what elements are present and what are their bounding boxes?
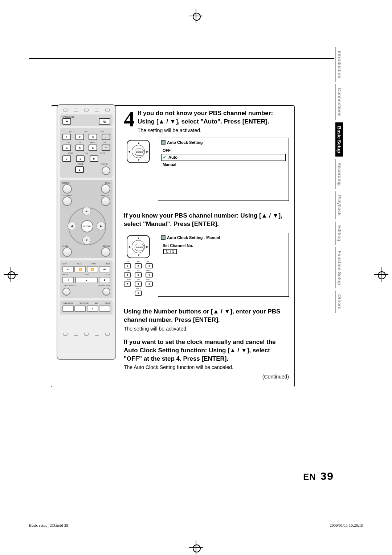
key-9[interactable]: 9	[90, 155, 98, 162]
sub-activated-a: The setting will be activated.	[138, 127, 289, 133]
nav-diagram-2: ▲ ▼ ◀ ▶ ENTER	[124, 235, 153, 258]
mk-5: 5	[135, 272, 142, 278]
key-5[interactable]: 5	[75, 145, 84, 151]
play-button[interactable]: ▶	[75, 277, 98, 283]
lbl: PLAY	[85, 274, 89, 276]
tab-others[interactable]: Others	[335, 291, 343, 313]
top-rule	[29, 58, 334, 59]
ch-up-button[interactable]: ︿	[102, 134, 110, 140]
rev-button[interactable]: ⏪	[74, 266, 86, 272]
osd2-title: Auto Clock Setting - Manual	[161, 235, 286, 240]
kp-lbl: MNO	[86, 141, 98, 143]
lbl: WXYZ	[143, 279, 153, 280]
heading-enter-channel: Using the Number buttons or [▲ / ▼], ent…	[124, 308, 289, 324]
instant-skip-button[interactable]	[102, 288, 110, 296]
tab-basic-setup[interactable]: Basic Setup	[335, 122, 343, 157]
mini-keypad: @!:ABCDEF 123 GHIJKLMNO 456 PQRSTUVWXYZ …	[124, 260, 153, 296]
tab-editing[interactable]: Editing	[335, 222, 343, 245]
tab-introduction[interactable]: Introduction	[335, 47, 343, 82]
enter-button[interactable]: ENTER	[81, 220, 93, 232]
set-channel-label: Set Channel No.	[161, 243, 286, 248]
rec-button[interactable]: ●	[87, 305, 98, 312]
osd-item-off[interactable]: OFF	[161, 147, 286, 153]
key-6[interactable]: 6	[89, 145, 97, 151]
osd-auto-clock: Auto Clock Setting OFF ✔Auto Manual	[158, 138, 289, 201]
mk-0: 0	[135, 291, 142, 296]
heading-off: If you want to set the clock manually an…	[124, 338, 289, 363]
mk-2: 2	[135, 263, 142, 268]
side-tabs: Introduction Connections Basic Setup Rec…	[335, 47, 344, 315]
channel-value: CH 1	[161, 249, 286, 254]
heading-unknown-pbs: If you do not know your PBS channel numb…	[138, 109, 289, 126]
nav-up-icon: ▲	[137, 236, 140, 240]
lbl: GHI	[124, 270, 134, 271]
dpad-down[interactable]: ▼	[82, 236, 91, 244]
menu-list-button[interactable]	[101, 197, 110, 206]
clear-button[interactable]	[62, 247, 72, 257]
sub-canceled: The Auto Clock Setting function will be …	[124, 364, 289, 370]
nav-right-icon: ▶	[146, 245, 148, 248]
speed-button[interactable]	[62, 288, 70, 296]
key-4[interactable]: 4	[62, 145, 71, 151]
skip-back-button[interactable]: ⏮	[62, 266, 74, 272]
ch-label: CH	[98, 141, 110, 143]
fwd-button[interactable]: ⏩	[87, 266, 98, 272]
setup-button[interactable]	[99, 305, 110, 312]
eject-button[interactable]: ⏏	[62, 118, 71, 125]
osd-item-manual[interactable]: Manual	[161, 162, 286, 167]
pause-button[interactable]: ⏸	[62, 277, 74, 283]
key-0[interactable]: 0	[75, 166, 84, 173]
tab-playback[interactable]: Playback	[335, 191, 343, 219]
skip-fwd-button[interactable]: ⏭	[99, 266, 110, 272]
key-8[interactable]: 8	[76, 155, 85, 162]
tab-connections[interactable]: Connections	[335, 84, 343, 120]
repeat-button[interactable]	[62, 184, 72, 194]
page-number: EN39	[303, 470, 334, 482]
dpad-left[interactable]: ◀	[68, 222, 76, 230]
rec-mode-button[interactable]	[74, 305, 86, 312]
nav-down-icon: ▼	[137, 158, 140, 162]
key-3[interactable]: 3	[89, 134, 97, 140]
nav-left-icon: ◀	[128, 245, 130, 248]
top-menu-button[interactable]	[62, 197, 72, 206]
kp-lbl: GHI	[62, 141, 74, 143]
stop-button[interactable]: ⏹	[99, 277, 110, 283]
tab-recording[interactable]: Recording	[335, 159, 343, 189]
continued-label: (Continued)	[124, 374, 289, 380]
display-label: DISPLAY	[98, 163, 110, 165]
mk-6: 6	[146, 272, 153, 278]
mk-3: 3	[146, 263, 153, 268]
mk-1: 1	[124, 263, 131, 268]
kp-lbl: ABC	[78, 130, 94, 133]
lbl: FWD	[91, 263, 95, 265]
lbl: REV	[77, 263, 81, 265]
timer-prog-button[interactable]	[62, 305, 74, 312]
dpad-right[interactable]: ▶	[97, 222, 105, 230]
key-2[interactable]: 2	[75, 134, 84, 140]
nav-enter-label: ENTER	[135, 149, 144, 156]
key-1[interactable]: 1	[62, 134, 71, 140]
kp-lbl: @!:	[62, 130, 78, 133]
power-button[interactable]: I/⏻	[99, 118, 110, 125]
zoom-button[interactable]	[101, 184, 110, 194]
display-button[interactable]	[102, 166, 110, 175]
mk-4: 4	[124, 272, 131, 278]
ch-down-button[interactable]: ﹀	[102, 145, 110, 151]
lbl: 1.3x / 0.8x PLAY	[62, 284, 76, 287]
return-button[interactable]	[101, 247, 110, 257]
lbl: REC	[95, 303, 99, 304]
osd-item-auto[interactable]: ✔Auto	[161, 154, 286, 161]
lbl: @!:	[124, 260, 134, 262]
kp-lbl: TUV	[78, 152, 94, 154]
lbl: SKIP	[62, 263, 66, 265]
osd-manual-channel: Auto Clock Setting - Manual Set Channel …	[158, 233, 289, 297]
osd1-title: Auto Clock Setting	[161, 140, 286, 145]
kp-lbl: WXYZ	[94, 152, 110, 154]
mk-9: 9	[146, 281, 153, 287]
lbl: TUV	[134, 279, 143, 280]
mk-8: 8	[135, 281, 142, 287]
nav-right-icon: ▶	[146, 150, 148, 153]
dpad-up[interactable]: ▲	[82, 207, 91, 215]
key-7[interactable]: 7	[62, 155, 71, 162]
tab-function-setup[interactable]: Function Setup	[335, 247, 343, 289]
